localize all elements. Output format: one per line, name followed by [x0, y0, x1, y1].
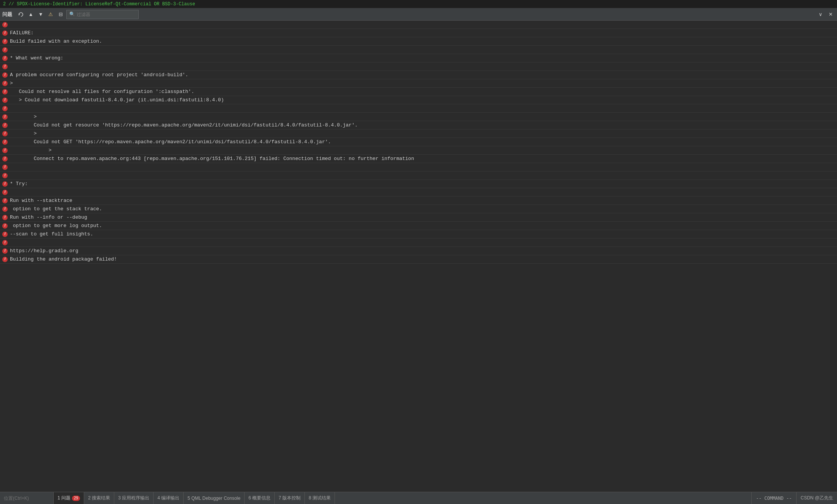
tab-label: 6 概要信息 [248, 495, 270, 501]
tab-label: 7 版本控制 [278, 495, 301, 501]
error-icon [2, 223, 8, 229]
table-row [0, 171, 837, 180]
tab-label: 3 应用程序输出 [118, 495, 149, 501]
issue-message: Could not get resource 'https://repo.mav… [10, 122, 358, 128]
error-icon [2, 56, 8, 61]
issue-message: Could not GET 'https://repo.maven.apache… [10, 139, 331, 145]
close-panel-button[interactable]: ✕ [826, 10, 835, 19]
rerun-button[interactable] [17, 10, 25, 19]
error-icon [2, 156, 8, 162]
table-row: Could not GET 'https://repo.maven.apache… [0, 138, 837, 146]
filter-input[interactable] [66, 10, 139, 19]
issue-message: > [10, 114, 37, 120]
tab-label: 2 搜索结果 [88, 495, 110, 501]
bottom-tab-8[interactable]: 8 测试结果 [305, 492, 335, 504]
table-row: Build failed with an exception. [0, 37, 837, 46]
error-icon [2, 173, 8, 178]
tab-label: 8 测试结果 [309, 495, 331, 501]
table-row: Could not get resource 'https://repo.mav… [0, 121, 837, 130]
error-icon [2, 248, 8, 254]
bottom-tab-2[interactable]: 2 搜索结果 [84, 492, 114, 504]
expand-icon: ∨ [819, 11, 823, 17]
table-row: A problem occurred configuring root proj… [0, 71, 837, 79]
issue-message: > Could not download fastutil-8.4.0.jar … [10, 97, 224, 103]
error-icon [2, 30, 8, 36]
table-row: > [0, 146, 837, 155]
locate-area[interactable] [0, 492, 54, 504]
error-icon [2, 72, 8, 78]
error-icon [2, 198, 8, 203]
bottom-tab-1[interactable]: 1 问题29 [54, 492, 84, 504]
issue-message: Connect to repo.maven.apache.org:443 [re… [10, 156, 414, 162]
table-row [0, 46, 837, 54]
issue-message: * Try: [10, 181, 28, 187]
error-icon [2, 98, 8, 103]
scroll-up-button[interactable]: ▲ [27, 10, 35, 19]
table-row [0, 163, 837, 171]
error-icon [2, 190, 8, 195]
error-icon [2, 257, 8, 262]
locate-input[interactable] [4, 496, 50, 501]
issue-message: Building the android package failed! [10, 256, 117, 262]
error-icon [2, 106, 8, 111]
warning-icon: ⚠ [48, 11, 53, 17]
table-row: Building the android package failed! [0, 255, 837, 264]
issue-message: option to get more log output. [10, 223, 102, 229]
table-row: > [0, 79, 837, 88]
bottom-tabbar: 1 问题292 搜索结果3 应用程序输出4 编译输出5 QML Debugger… [0, 492, 837, 504]
issue-message: https://help.gradle.org [10, 248, 78, 254]
error-icon [2, 22, 8, 27]
table-row: option to get more log output. [0, 222, 837, 230]
error-icon [2, 215, 8, 220]
error-icon [2, 232, 8, 237]
table-row: > Could not download fastutil-8.4.0.jar … [0, 96, 837, 104]
bottom-tab-3[interactable]: 3 应用程序输出 [114, 492, 154, 504]
down-arrow-icon: ▼ [38, 11, 43, 17]
table-row [0, 21, 837, 29]
csdn-user-text: CSDN @乙先生 [800, 495, 833, 501]
issue-message: --scan to get full insights. [10, 231, 93, 237]
table-row: * What went wrong: [0, 54, 837, 62]
issue-message: * What went wrong: [10, 55, 63, 61]
table-row: --scan to get full insights. [0, 230, 837, 238]
command-area: -- COMMAND -- [751, 492, 797, 504]
error-icon [2, 47, 8, 53]
issues-list: FAILURE:Build failed with an exception.*… [0, 21, 837, 492]
error-icon [2, 139, 8, 145]
tab-label: 1 问题 [58, 495, 70, 501]
issue-message: FAILURE: [10, 30, 34, 36]
warning-filter-button[interactable]: ⚠ [46, 10, 55, 19]
error-icon [2, 39, 8, 44]
license-text: 2 // SPDX-License-Identifier: LicenseRef… [3, 2, 195, 7]
table-row: option to get the stack trace. [0, 205, 837, 213]
scroll-down-button[interactable]: ▼ [37, 10, 45, 19]
table-row: FAILURE: [0, 29, 837, 37]
error-icon [2, 181, 8, 187]
tab-label: 4 编译输出 [157, 495, 179, 501]
error-icon [2, 206, 8, 212]
bottom-tab-6[interactable]: 6 概要信息 [245, 492, 275, 504]
filter-toggle-button[interactable]: ⊟ [56, 10, 65, 19]
issues-panel-title: 问题 [2, 11, 12, 18]
issue-message: Build failed with an exception. [10, 38, 102, 44]
error-icon [2, 114, 8, 120]
issue-message: > [10, 80, 13, 86]
table-row [0, 62, 837, 71]
error-icon [2, 131, 8, 136]
bottom-tab-7[interactable]: 7 版本控制 [275, 492, 305, 504]
table-row: Connect to repo.maven.apache.org:443 [re… [0, 155, 837, 163]
expand-panel-button[interactable]: ∨ [816, 10, 825, 19]
csdn-user-area[interactable]: CSDN @乙先生 [796, 492, 837, 504]
issue-message: Run with --stacktrace [10, 198, 72, 203]
issue-message: A problem occurred configuring root proj… [10, 72, 188, 78]
issue-message: > [10, 147, 51, 153]
bottom-tab-4[interactable]: 4 编译输出 [154, 492, 184, 504]
issue-message: Run with --info or --debug [10, 214, 87, 220]
command-text: -- COMMAND -- [756, 496, 792, 501]
error-icon [2, 89, 8, 94]
table-row: > [0, 130, 837, 138]
issue-message: Could not resolve all files for configur… [10, 89, 194, 94]
up-arrow-icon: ▲ [29, 11, 34, 17]
bottom-tab-5[interactable]: 5 QML Debugger Console [184, 492, 245, 504]
table-row: Could not resolve all files for configur… [0, 88, 837, 96]
